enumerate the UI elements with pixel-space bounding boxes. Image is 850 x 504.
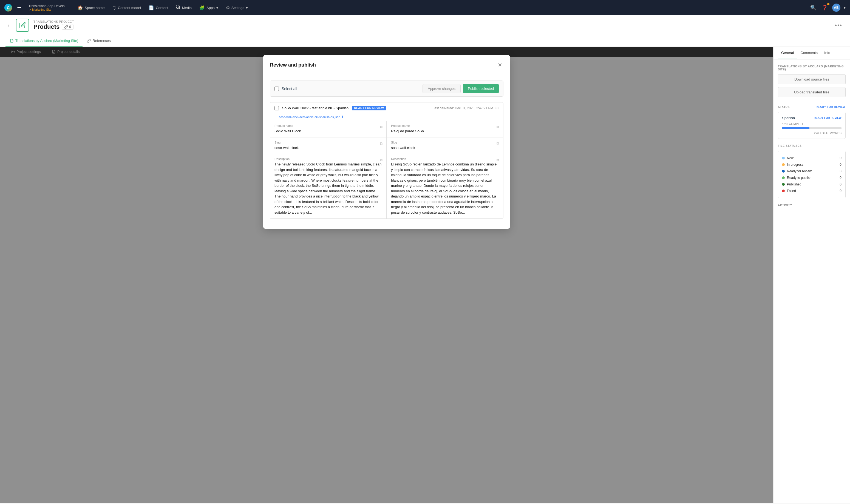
tab-translations-label: Translations by Acclaro (Marketing Site) [15,39,78,43]
nav-item-space-home[interactable]: 🏠 Space home [74,3,108,12]
tabs-row: Translations by Acclaro (Marketing Site)… [0,35,850,47]
entry-title: Products 0 [33,23,828,31]
file-link[interactable]: soso-wall-clock-test-annie-bill-spanish-… [270,114,503,121]
upload-translated-files-button[interactable]: Upload translated files [778,87,846,97]
tab-comments[interactable]: Comments [797,47,821,59]
nav-items: 🏠 Space home ⬡ Content model 📄 Content 🖼… [74,3,809,12]
copy-slug-translated[interactable]: ⧉ [496,141,500,146]
file-status-count: 3 [839,169,842,173]
tab-references[interactable]: References [83,35,115,47]
translation-item-checkbox[interactable] [275,106,279,110]
field-value: SoSo Wall Clock [275,128,382,134]
field-description-translated: Description El reloj SoSo recién lanzado… [387,154,503,219]
nav-item-content[interactable]: 📄 Content [145,3,172,12]
brand-name: Translations-App-Develo... [29,4,67,8]
field-label: Description [275,157,382,161]
file-status-left: Ready for review [782,169,812,173]
nav-item-apps[interactable]: 🧩 Apps ▾ [196,3,222,12]
nav-right: 🔍 ❓ AB ▾ [809,3,846,12]
select-all-checkbox[interactable] [275,87,279,91]
progress-label: 46% COMPLETE [782,122,842,125]
translation-meta: Last delivered: Dec 01, 2020, 2:47:21 PM… [433,106,499,110]
modal-body: Select all Approve changes Publish selec… [263,75,510,229]
select-all-bar: Select all Approve changes Publish selec… [270,80,503,97]
entry-meta: Translations project Products 0 [33,20,828,31]
status-lang-row: Spanish READY FOR REVIEW [782,116,842,120]
status-section: STATUS READY FOR REVIEW Spanish READY FO… [778,106,846,139]
right-panel-tabs: General Comments Info [774,47,850,59]
status-label: STATUS [778,106,790,108]
translation-more-icon[interactable]: ••• [495,106,499,110]
brand-logo: C [4,4,12,12]
field-description-source: Description The newly released SoSo Cloc… [270,154,386,219]
nav-item-media[interactable]: 🖼 Media [173,3,195,12]
file-status-label: Failed [787,189,796,193]
approve-changes-button[interactable]: Approve changes [422,84,461,93]
new-dot [782,157,785,159]
copy-description-source[interactable]: ⧉ [379,157,383,163]
tab-info[interactable]: Info [821,47,834,59]
progress-bar-fill [782,127,810,129]
media-icon: 🖼 [176,5,180,10]
brand-text: Translations-App-Develo... ↗ Marketing S… [29,4,67,12]
back-button[interactable]: ‹ [5,21,12,29]
modal-close-button[interactable]: ✕ [497,60,503,69]
modal-overlay: Review and publish ✕ Select all [0,47,773,503]
download-source-files-button[interactable]: Download source files [778,74,846,84]
help-notification-dot [827,3,829,5]
published-dot [782,183,785,186]
search-button[interactable]: 🔍 [809,3,817,12]
settings-dropdown-icon: ▾ [246,6,248,10]
file-status-label: Ready for review [787,169,812,173]
field-value: soso-wall-clock [275,145,382,151]
modal-title: Review and publish [270,62,316,68]
translation-item-header: SoSo Wall Clock - test annie bill - Span… [270,103,503,114]
translation-grid: Product name SoSo Wall Clock ⧉ Slug soso… [270,121,503,219]
field-label: Product name [391,124,499,127]
field-label: Product name [275,124,382,127]
nav-item-label: Media [182,6,192,10]
download-icon: ⬇ [341,115,344,119]
home-icon: 🏠 [77,5,83,11]
tab-general[interactable]: General [778,47,797,59]
file-status-count: 0 [839,176,842,180]
brand-section: C ☰ Translations-App-Develo... ↗ Marketi… [4,3,72,12]
select-all-left: Select all [275,87,297,91]
tab-translations[interactable]: Translations by Acclaro (Marketing Site) [5,35,83,47]
ready-for-review-badge: READY FOR REVIEW [352,106,386,110]
copy-product-name-translated[interactable]: ⧉ [496,124,500,130]
left-panel: Project settings Project details Review … [0,47,773,503]
nav-item-settings[interactable]: ⚙ Settings ▾ [223,3,251,12]
status-badge: READY FOR REVIEW [816,106,846,108]
entry-more-button[interactable]: ••• [833,21,845,30]
link-count: 0 [69,25,71,29]
publish-selected-button[interactable]: Publish selected [463,84,499,93]
content-model-icon: ⬡ [112,5,116,11]
file-status-left: Ready to publish [782,176,811,180]
field-slug-source: Slug soso-wall-clock ⧉ [270,138,386,154]
field-label: Description [391,157,499,161]
failed-dot [782,190,785,192]
file-status-count: 0 [839,182,842,186]
avatar[interactable]: AB [832,3,840,12]
entry-header: ‹ Translations project Products 0 ••• [0,15,850,35]
status-header: STATUS READY FOR REVIEW [778,106,846,108]
nav-item-content-model[interactable]: ⬡ Content model [109,3,144,12]
file-name: soso-wall-clock-test-annie-bill-spanish-… [279,115,340,119]
file-status-left: New [782,156,794,160]
nav-item-label: Settings [231,6,244,10]
file-status-ready-to-publish: Ready to publish 0 [782,175,842,181]
translations-section-label: TRANSLATIONS BY ACCLARO (MARKETING SITE) [778,65,846,71]
file-status-label: Ready to publish [787,176,811,180]
nav-item-label: Space home [85,6,105,10]
main-layout: Project settings Project details Review … [0,47,850,503]
ready-to-publish-dot [782,176,785,179]
progress-bar-background [782,127,842,129]
file-status-label: In progress [787,163,803,166]
copy-product-name-source[interactable]: ⧉ [379,124,383,130]
file-status-label: New [787,156,794,160]
entry-link-badge[interactable]: 0 [62,24,73,30]
hamburger-button[interactable]: ☰ [15,3,23,12]
copy-slug-source[interactable]: ⧉ [379,141,383,146]
copy-description-translated[interactable]: ⧉ [496,157,500,163]
